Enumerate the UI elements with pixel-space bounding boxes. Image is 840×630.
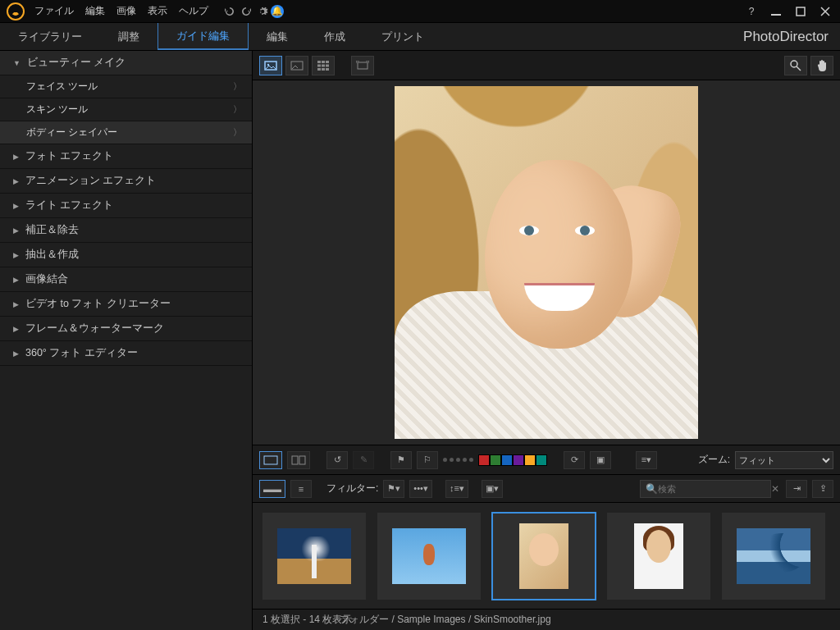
tab-guided-edit[interactable]: ガイド編集 [158,23,249,50]
thumbnail-selected[interactable] [492,513,596,600]
file-path: フォルダー / Sample Images / SkinSmoother.jpg [340,613,550,627]
svg-rect-6 [322,61,325,63]
stack-button[interactable]: ▣▾ [482,480,503,498]
main-photo [395,86,698,439]
search-box[interactable]: 🔍 ✕ [640,480,771,498]
color-labels[interactable] [478,454,547,466]
titlebar: ファイル 編集 画像 表示 ヘルプ 🔔 ? [0,0,840,23]
sub-body-shaper-label: ボディー シェイパー [26,126,117,139]
menubar: ファイル 編集 画像 表示 ヘルプ [34,4,208,18]
menu-help[interactable]: ヘルプ [179,4,208,18]
thumbnail[interactable] [377,513,481,600]
compare-mode-b-button[interactable] [287,451,310,469]
cat-correct-remove[interactable]: ▶補正＆除去 [0,218,252,243]
tab-library[interactable]: ライブラリー [0,23,100,50]
minimize-button[interactable] [768,3,784,20]
undo-icon[interactable] [221,3,238,20]
viewer-toolbar [253,51,840,80]
cat-animation-effect[interactable]: ▶アニメーション エフェクト [0,169,252,194]
tab-adjust[interactable]: 調整 [100,23,158,50]
crop-button[interactable]: ✎ [353,451,374,469]
svg-rect-18 [299,456,305,464]
export-button[interactable]: ⇥ [786,480,807,498]
tab-create[interactable]: 作成 [306,23,363,50]
cat-extract-create[interactable]: ▶抽出＆作成 [0,243,252,267]
sub-face-tool[interactable]: フェイス ツール〉 [0,75,252,98]
cat-light-effect[interactable]: ▶ライト エフェクト [0,194,252,218]
zoom-select[interactable]: フィット [735,451,833,469]
zoom-tool-button[interactable] [784,56,807,75]
cat-frame-watermark[interactable]: ▶フレーム＆ウォーターマーク [0,317,252,341]
redo-icon[interactable] [238,3,254,20]
menu-file[interactable]: ファイル [34,4,74,18]
cat-label: 360° フォト エディター [25,346,138,360]
cat-video-to-photo[interactable]: ▶ビデオ to フォト クリエーター [0,292,252,317]
search-input[interactable] [658,484,771,494]
zoom-label: ズーム: [698,453,730,467]
thumbnail[interactable] [262,513,366,600]
rating-stars[interactable] [443,458,473,462]
compare-mode-a-button[interactable] [259,451,282,469]
notification-bell-icon[interactable]: 🔔 [271,5,284,18]
lower-toolbar: ↺ ✎ ⚑ ⚐ ⟳ ▣ ≡▾ ズーム: フィット [253,445,840,474]
view-single-button[interactable] [259,56,282,75]
svg-rect-1 [797,7,805,16]
svg-rect-9 [322,64,325,66]
tab-print[interactable]: プリント [363,23,442,50]
flag-button[interactable]: ⚑ [390,451,412,469]
side-panel: ▼ビューティー メイク フェイス ツール〉 スキン ツール〉 ボディー シェイパ… [0,51,253,630]
thumb-size-a-button[interactable]: ▬▬ [259,480,285,498]
view-fullscreen-button[interactable] [351,56,374,75]
settings-icon[interactable] [254,3,271,20]
share-button[interactable]: ⇪ [812,480,833,498]
cat-360-editor[interactable]: ▶360° フォト エディター [0,341,252,366]
thumbnail[interactable] [722,513,825,600]
filter-rating-button[interactable]: •••▾ [409,480,432,498]
filmstrip-toolbar: ▬▬ ≡ フィルター: ⚑▾ •••▾ ↕≡▾ ▣▾ 🔍 ✕ ⇥ ⇪ [253,474,840,502]
cat-label: 画像結合 [25,272,68,286]
image-viewer[interactable] [253,80,840,445]
filmstrip[interactable] [253,502,840,609]
slideshow-button[interactable]: ▣ [590,451,611,469]
refresh-button[interactable]: ⟳ [564,451,585,469]
tab-edit[interactable]: 編集 [249,23,306,50]
histogram-button[interactable]: ≡▾ [636,451,657,469]
menu-image[interactable]: 画像 [116,4,136,18]
cat-label: フォト エフェクト [25,149,113,163]
pan-tool-button[interactable] [810,56,833,75]
filter-flag-button[interactable]: ⚑▾ [383,480,404,498]
thumb-size-b-button[interactable]: ≡ [290,480,312,498]
rotate-button[interactable]: ↺ [326,451,348,469]
view-compare-button[interactable] [285,56,308,75]
cat-photo-effect[interactable]: ▶フォト エフェクト [0,144,252,169]
thumbnail[interactable] [607,513,710,600]
selection-count: 1 枚選択 - 14 枚表示 [262,613,352,627]
sub-skin-tool[interactable]: スキン ツール〉 [0,98,252,121]
cat-image-merge[interactable]: ▶画像結合 [0,267,252,292]
svg-rect-16 [264,456,277,464]
app-logo [7,2,25,21]
svg-rect-0 [771,14,781,16]
cat-beauty-make[interactable]: ▼ビューティー メイク [0,51,252,75]
close-button[interactable] [817,3,833,20]
svg-rect-10 [326,64,329,66]
svg-rect-11 [317,68,321,71]
menu-view[interactable]: 表示 [148,4,167,18]
content-area: ↺ ✎ ⚑ ⚐ ⟳ ▣ ≡▾ ズーム: フィット ▬▬ ≡ フィルター: ⚑▾ [253,51,840,630]
cat-label: 補正＆除去 [25,223,79,237]
sub-skin-tool-label: スキン ツール [26,103,88,116]
status-bar: 1 枚選択 - 14 枚表示 フォルダー / Sample Images / S… [253,609,840,630]
sub-body-shaper[interactable]: ボディー シェイパー〉 [0,121,252,144]
menu-edit[interactable]: 編集 [85,4,105,18]
clear-search-icon[interactable]: ✕ [771,483,779,495]
view-grid-button[interactable] [312,56,335,75]
svg-rect-7 [326,61,329,63]
brand-name: PhotoDirector [732,23,840,50]
reject-button[interactable]: ⚐ [417,451,438,469]
chevron-right-icon: 〉 [233,80,242,93]
help-icon[interactable]: ? [743,3,760,20]
maximize-button[interactable] [792,3,809,20]
svg-point-15 [791,61,797,67]
cat-label: フレーム＆ウォーターマーク [25,322,164,336]
sort-button[interactable]: ↕≡▾ [445,480,468,498]
